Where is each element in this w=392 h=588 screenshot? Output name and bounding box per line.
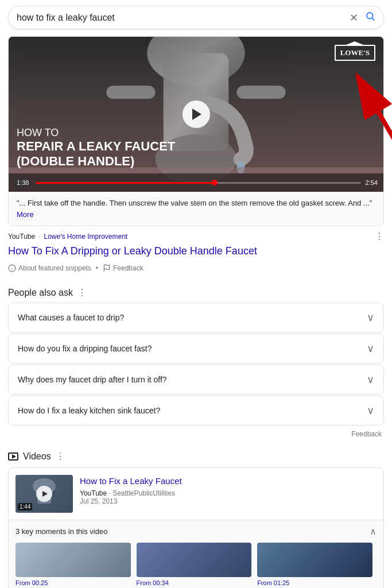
paa-item-2[interactable]: How do you fix a dripping faucet fast? ∨	[8, 334, 384, 363]
video-1-play-button[interactable]	[36, 486, 52, 502]
feedback-text: Feedback	[113, 264, 143, 272]
videos-section-title: Videos	[23, 451, 51, 462]
source-site: YouTube	[8, 233, 35, 241]
paa-header: People also ask ⋮	[8, 287, 384, 298]
paa-item-4[interactable]: How do I fix a leaky kitchen sink faucet…	[8, 396, 384, 425]
svg-point-0	[367, 13, 373, 19]
video-title-overlay: HOW TO REPAIR A LEAKY FAUCET (DOUBLE HAN…	[17, 127, 175, 169]
km-time-1-3: From 01:25	[257, 579, 372, 586]
video-line3: (DOUBLE HANDLE)	[17, 154, 175, 169]
paa-feedback[interactable]: Feedback	[8, 427, 384, 442]
about-snippets-text: About featured snippets	[18, 264, 91, 272]
featured-result-title[interactable]: How To Fix A Dripping or Leaky Double Ha…	[0, 244, 392, 261]
video-1-source: YouTube · SeattlePublicUtilities Jul 25,…	[80, 489, 377, 505]
paa-item-3[interactable]: Why does my faucet drip after I turn it …	[8, 365, 384, 394]
video-thumb-1[interactable]: 1:44	[15, 475, 73, 513]
videos-section: Videos ⋮ 1:44 How	[0, 451, 392, 588]
separator-dot: •	[96, 264, 98, 272]
paa-question-1: What causes a faucet to drip?	[18, 313, 124, 322]
paa-question-2: How do you fix a dripping faucet fast?	[18, 344, 152, 353]
snippet-caption: "... First take off the handle. Then uns…	[9, 192, 383, 226]
paa-chevron-4: ∨	[367, 404, 374, 417]
paa-title: People also ask	[8, 288, 73, 298]
info-icon	[8, 264, 16, 272]
progress-dot	[212, 180, 218, 185]
video-play-icon	[12, 454, 16, 459]
svg-line-1	[372, 18, 374, 20]
km-thumb-img-1-2	[137, 543, 252, 577]
video-1-duration: 1:44	[18, 503, 32, 510]
km-header-1: 3 key moments in this video ∧	[15, 526, 377, 537]
paa-chevron-1: ∨	[367, 311, 374, 324]
km-time-1-2: From 00:34	[137, 579, 252, 586]
svg-rect-6	[106, 86, 155, 99]
more-link[interactable]: More	[17, 210, 34, 219]
play-icon	[42, 491, 48, 497]
videos-section-icon	[8, 452, 18, 461]
source-menu-dots[interactable]: ⋮	[375, 231, 384, 242]
video-1-title[interactable]: How to Fix a Leaky Faucet	[80, 475, 377, 487]
search-bar: how to fix a leaky faucet ✕	[8, 6, 384, 29]
lowes-logo: LOWE'S	[335, 45, 375, 61]
km-thumbs-1: From 00:25 Turn on the faucet until it i…	[15, 543, 377, 588]
source-dot: ·	[38, 233, 40, 241]
video-timestamp: 1:38	[14, 179, 31, 187]
key-moments-expanded-1: 3 key moments in this video ∧ From 00:25…	[9, 520, 383, 588]
km-label-1: 3 key moments in this video	[15, 527, 107, 536]
video-1-date: Jul 25, 2013	[80, 497, 117, 505]
paa-chevron-3: ∨	[367, 373, 374, 386]
km-time-1-1: From 00:25	[15, 579, 131, 586]
video-1-site: YouTube	[80, 489, 107, 497]
video-duration: 2:54	[366, 179, 378, 186]
videos-header: Videos ⋮	[0, 451, 392, 467]
snippet-caption-text: "... First take off the handle. Then uns…	[17, 199, 372, 207]
paa-question-3: Why does my faucet drip after I turn it …	[18, 375, 167, 384]
paa-question-4: How do I fix a leaky kitchen sink faucet…	[18, 406, 160, 415]
flag-icon	[103, 264, 111, 272]
svg-rect-7	[236, 86, 285, 99]
paa-chevron-2: ∨	[367, 342, 374, 355]
search-icon[interactable]	[365, 11, 375, 24]
km-item-1-1[interactable]: From 00:25 Turn on the faucet until it i…	[15, 543, 131, 588]
people-also-ask-section: People also ask ⋮ What causes a faucet t…	[8, 287, 384, 442]
paa-menu-dots[interactable]: ⋮	[77, 287, 87, 298]
video-result-1: 1:44 How to Fix a Leaky Faucet YouTube ·…	[8, 467, 384, 588]
video-1-meta: How to Fix a Leaky Faucet YouTube · Seat…	[80, 475, 377, 505]
km-chevron-up-1[interactable]: ∧	[370, 526, 377, 537]
km-thumb-img-1-3	[257, 543, 372, 577]
featured-snippet-area: HOW TO REPAIR A LEAKY FAUCET (DOUBLE HAN…	[0, 36, 392, 278]
videos-menu-dots[interactable]: ⋮	[56, 451, 65, 462]
progress-track[interactable]	[36, 182, 360, 184]
km-item-1-2[interactable]: From 00:34 Remove the handle	[137, 543, 252, 588]
source-line: YouTube · Lowe's Home Improvement ⋮	[0, 226, 392, 244]
clear-icon[interactable]: ✕	[350, 11, 358, 24]
km-item-1-3[interactable]: From 01:25 Turn the water on	[257, 543, 372, 588]
progress-fill	[36, 182, 214, 184]
video-progress-bar: 1:38 2:54	[9, 173, 383, 192]
search-input[interactable]: how to fix a leaky faucet	[17, 13, 350, 23]
snippet-feedback-row: About featured snippets • Feedback	[0, 261, 392, 278]
featured-video-thumb[interactable]: HOW TO REPAIR A LEAKY FAUCET (DOUBLE HAN…	[9, 37, 383, 192]
km-thumb-img-1-1	[15, 543, 131, 577]
feedback-link[interactable]: Feedback	[103, 264, 143, 272]
video-result-1-header: 1:44 How to Fix a Leaky Faucet YouTube ·…	[9, 468, 383, 520]
featured-snippet: HOW TO REPAIR A LEAKY FAUCET (DOUBLE HAN…	[8, 36, 384, 226]
video-1-channel: SeattlePublicUtilities	[112, 489, 175, 497]
paa-item-1[interactable]: What causes a faucet to drip? ∨	[8, 303, 384, 332]
about-snippets-link[interactable]: About featured snippets	[8, 264, 91, 272]
video-play-button[interactable]	[183, 100, 210, 128]
play-triangle-icon	[192, 109, 201, 120]
video-line2: REPAIR A LEAKY FAUCET	[17, 139, 175, 154]
video-line1: HOW TO	[17, 127, 175, 139]
search-results-container: how to fix a leaky faucet ✕	[0, 6, 392, 588]
source-channel[interactable]: Lowe's Home Improvement	[44, 233, 128, 241]
